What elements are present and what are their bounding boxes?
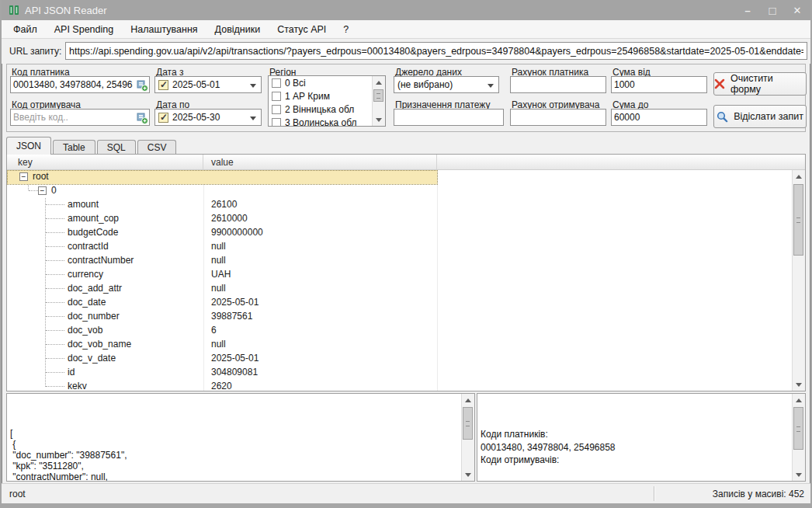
menu-item[interactable]: ? <box>335 22 357 37</box>
region-option[interactable]: 2 Вінницька обл <box>269 103 372 116</box>
tree-row[interactable]: id304809081 <box>7 366 792 380</box>
tree-value: 6 <box>203 324 437 338</box>
date-to-value: 2025-05-30 <box>172 112 220 123</box>
scroll-up-icon[interactable] <box>373 76 385 89</box>
payment-purpose-input[interactable] <box>394 109 504 126</box>
tree-value <box>203 184 437 198</box>
menu-item[interactable]: Файл <box>5 22 46 37</box>
summary-line: Коди платників: <box>481 428 789 441</box>
region-checkbox[interactable] <box>272 92 281 101</box>
key-column-header[interactable]: key <box>7 155 203 169</box>
menu-item[interactable]: Налаштування <box>122 22 206 37</box>
tree-row[interactable]: doc_vob_namenull <box>7 338 792 352</box>
tree-row[interactable]: contractNumbernull <box>7 254 792 268</box>
json-tree-panel: key value root0amount26100amount_cop2610… <box>6 154 806 391</box>
payer-account-input[interactable] <box>510 76 606 93</box>
scrollbar-thumb[interactable] <box>373 89 383 102</box>
tree-row[interactable]: budgetCode9900000000 <box>7 226 792 240</box>
maximize-icon[interactable] <box>765 4 779 17</box>
value-column-header[interactable]: value <box>203 155 437 169</box>
scroll-down-icon[interactable] <box>793 378 805 391</box>
receiver-code-field-wrap <box>10 109 150 126</box>
summary-line: 00013480, 34978804, 25496858 <box>481 441 789 454</box>
scroll-down-icon[interactable] <box>462 468 474 481</box>
scroll-down-icon[interactable] <box>793 468 805 481</box>
query-summary-panel[interactable]: Коди платників:00013480, 34978804, 25496… <box>477 393 806 482</box>
region-scrollbar[interactable] <box>372 76 385 126</box>
summary-scrollbar[interactable] <box>792 394 805 481</box>
tree-row[interactable]: amount26100 <box>7 198 792 212</box>
tree-row[interactable]: doc_date2025-05-01 <box>7 296 792 310</box>
region-option-label: 1 АР Крим <box>285 91 330 102</box>
region-checkbox[interactable] <box>272 78 281 88</box>
date-to-checkbox[interactable] <box>158 113 168 123</box>
scroll-up-icon[interactable] <box>462 394 474 407</box>
scroll-up-icon[interactable] <box>793 170 805 183</box>
tree-row[interactable]: contractIdnull <box>7 240 792 254</box>
tree-row[interactable]: doc_add_attrnull <box>7 282 792 296</box>
add-from-list-icon[interactable] <box>136 79 148 92</box>
tree-value: null <box>203 240 437 254</box>
tree-row[interactable]: kekv2620 <box>7 380 792 391</box>
scroll-up-icon[interactable] <box>793 394 805 407</box>
tree-key: id <box>7 367 75 378</box>
tree-row[interactable]: doc_vob6 <box>7 324 792 338</box>
tree-scrollbar[interactable] <box>792 170 805 391</box>
url-input[interactable] <box>65 42 807 60</box>
tree-value: 26100 <box>203 198 437 212</box>
scrollbar-thumb[interactable] <box>793 407 803 450</box>
sum-from-input[interactable] <box>611 76 707 93</box>
tree-row[interactable]: root <box>7 170 792 184</box>
chevron-down-icon[interactable] <box>250 84 256 91</box>
collapse-icon[interactable] <box>19 172 28 181</box>
raw-json-panel[interactable]: [ { "doc_number": "39887561", "kpk": "35… <box>6 393 475 482</box>
tree-row[interactable]: doc_number39887561 <box>7 310 792 324</box>
sum-to-input[interactable] <box>611 109 707 126</box>
tree-rows: root0amount26100amount_cop2610000budgetC… <box>7 170 792 391</box>
collapse-icon[interactable] <box>38 186 47 195</box>
date-from-checkbox[interactable] <box>158 80 168 90</box>
tree-row[interactable]: amount_cop2610000 <box>7 212 792 226</box>
tree-key: doc_date <box>7 297 106 308</box>
chevron-down-icon[interactable] <box>250 117 256 124</box>
tree-row[interactable]: currencyUAH <box>7 268 792 282</box>
menu-item[interactable]: Довідники <box>206 22 269 37</box>
region-option[interactable]: 0 Всі <box>269 76 372 89</box>
scrollbar-thumb[interactable] <box>793 184 803 256</box>
region-listbox[interactable]: 0 Всі 1 АР Крим 2 Вінницька обл <box>268 75 386 127</box>
tree-value: null <box>203 254 437 268</box>
window-title: API JSON Reader <box>25 5 107 16</box>
close-icon[interactable] <box>790 5 804 16</box>
minimize-icon[interactable] <box>741 5 755 16</box>
data-source-select[interactable]: (не вибрано) <box>394 76 499 93</box>
date-to-picker[interactable]: 2025-05-30 <box>154 109 262 126</box>
magnifier-icon <box>717 111 728 123</box>
region-checkbox[interactable] <box>272 105 281 114</box>
receiver-code-input[interactable] <box>11 110 135 125</box>
clear-form-button[interactable]: Очистити форму <box>713 72 807 96</box>
tree-key: doc_number <box>7 311 120 322</box>
tab-json[interactable]: JSON <box>6 137 51 155</box>
tree-value: 2025-05-01 <box>203 352 437 366</box>
payer-code-input[interactable] <box>11 77 135 92</box>
receiver-account-input[interactable] <box>510 109 606 126</box>
date-from-picker[interactable]: 2025-05-01 <box>154 76 262 93</box>
region-option[interactable]: 3 Волинська обл <box>269 116 372 126</box>
region-option[interactable]: 1 АР Крим <box>269 89 372 103</box>
region-checkbox[interactable] <box>272 118 281 127</box>
tab-table[interactable]: Table <box>53 140 95 155</box>
tree-row[interactable]: doc_v_date2025-05-01 <box>7 352 792 366</box>
scroll-down-icon[interactable] <box>373 113 385 126</box>
send-request-button[interactable]: Відіслати запит <box>713 105 807 128</box>
tab-csv[interactable]: CSV <box>137 140 177 155</box>
scrollbar-thumb[interactable] <box>463 407 473 440</box>
raw-json-text: [ { "doc_number": "39887561", "kpk": "35… <box>10 395 459 481</box>
menu-item[interactable]: Статус API <box>269 22 335 37</box>
tab-sql[interactable]: SQL <box>97 140 136 155</box>
status-bar: root Записів у масиві: 452 <box>2 483 810 503</box>
tree-row[interactable]: 0 <box>7 184 792 198</box>
menu-item[interactable]: API Spending <box>46 22 122 37</box>
raw-json-scrollbar[interactable] <box>461 394 474 481</box>
chevron-down-icon[interactable] <box>488 84 494 91</box>
add-from-list-icon[interactable] <box>136 112 148 124</box>
